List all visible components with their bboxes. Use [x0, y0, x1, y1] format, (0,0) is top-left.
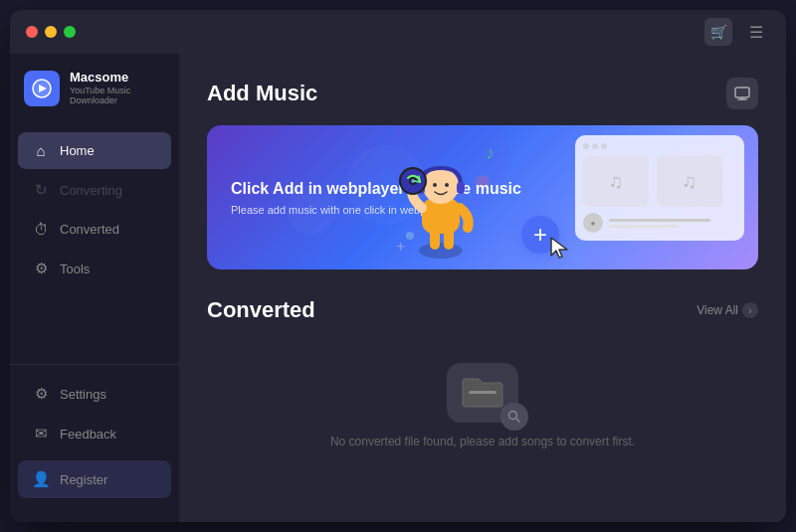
- svg-point-3: [419, 243, 463, 259]
- brand-text: Macsome YouTube Music Downloader: [70, 70, 165, 106]
- converting-label: Converting: [60, 183, 122, 198]
- view-all-label: View All: [696, 303, 738, 317]
- empty-state: No converted file found, please add song…: [207, 343, 758, 458]
- search-circle-icon: [500, 403, 528, 431]
- feedback-label: Feedback: [60, 427, 116, 442]
- register-wrapper: 👤 Register: [18, 460, 171, 498]
- sidebar-item-settings[interactable]: ⚙ Settings: [18, 375, 171, 413]
- app-window: 🛒 ☰ Macsome YouTube Music Downloader: [10, 10, 786, 522]
- add-music-banner: Click Add in webplayer to parse music Pl…: [207, 125, 758, 269]
- settings-label: Settings: [60, 387, 106, 402]
- brand-subtitle: YouTube Music Downloader: [70, 86, 165, 107]
- add-music-header: Add Music: [207, 78, 758, 109]
- add-button-area: +: [521, 216, 559, 254]
- folder-svg: [461, 375, 504, 411]
- sidebar-bottom: ⚙ Settings ✉ Feedback 👤 Register: [10, 364, 179, 522]
- register-icon: 👤: [32, 470, 50, 488]
- menu-icon[interactable]: ☰: [742, 18, 770, 46]
- cursor-icon: [549, 236, 571, 262]
- player-three-dots: [583, 143, 607, 149]
- search-svg: [507, 410, 521, 424]
- view-all-button[interactable]: View All ›: [696, 302, 758, 318]
- mock-player-avatar: ●: [583, 213, 603, 233]
- empty-message: No converted file found, please add song…: [330, 435, 635, 448]
- brand: Macsome YouTube Music Downloader: [10, 54, 179, 122]
- settings-icon: ⚙: [32, 385, 50, 403]
- content-area: Add Music: [179, 54, 786, 522]
- converted-title: Converted: [207, 297, 315, 323]
- mock-player-area: ♫ ♫ ●: [575, 135, 744, 241]
- mock-card-2: ♫: [657, 155, 722, 207]
- tools-label: Tools: [60, 262, 90, 276]
- tools-icon: ⚙: [32, 260, 50, 277]
- converting-icon: ↻: [32, 181, 50, 199]
- maximize-button[interactable]: [64, 26, 76, 38]
- sidebar: Macsome YouTube Music Downloader ⌂ Home …: [10, 54, 179, 522]
- sidebar-nav: ⌂ Home ↻ Converting ⏱ Converted ⚙ Tools: [10, 122, 179, 364]
- svg-rect-16: [469, 391, 497, 394]
- titlebar: 🛒 ☰: [10, 10, 786, 54]
- close-button[interactable]: [26, 26, 38, 38]
- svg-point-10: [433, 183, 437, 187]
- mock-line-1: [609, 219, 710, 222]
- feedback-icon: ✉: [32, 425, 50, 443]
- svg-point-17: [509, 412, 517, 420]
- svg-point-7: [423, 168, 459, 204]
- home-label: Home: [60, 143, 95, 158]
- main-layout: Macsome YouTube Music Downloader ⌂ Home …: [10, 54, 786, 522]
- cart-icon[interactable]: 🛒: [704, 18, 732, 46]
- mock-line-2: [609, 225, 679, 228]
- svg-point-11: [445, 183, 449, 187]
- sidebar-item-tools[interactable]: ⚙ Tools: [18, 250, 171, 287]
- mock-card-1: ♫: [583, 155, 649, 207]
- titlebar-actions: 🛒 ☰: [704, 18, 770, 46]
- banner-character: [386, 156, 496, 269]
- sidebar-item-converted[interactable]: ⏱ Converted: [18, 211, 171, 248]
- converted-icon: ⏱: [32, 221, 50, 238]
- home-icon: ⌂: [32, 142, 50, 159]
- converted-section-header: Converted View All ›: [207, 297, 758, 323]
- view-all-arrow-icon: ›: [742, 302, 758, 318]
- traffic-lights: [26, 26, 76, 38]
- sidebar-item-converting: ↻ Converting: [18, 171, 171, 209]
- svg-rect-9: [457, 182, 465, 194]
- svg-rect-2: [735, 88, 749, 97]
- sidebar-item-register[interactable]: 👤 Register: [18, 460, 171, 498]
- sidebar-item-home[interactable]: ⌂ Home: [18, 132, 171, 169]
- add-music-title: Add Music: [207, 81, 317, 106]
- minimize-button[interactable]: [45, 26, 57, 38]
- empty-icon-container: [447, 363, 518, 423]
- add-music-action-button[interactable]: [726, 78, 758, 109]
- sidebar-item-feedback[interactable]: ✉ Feedback: [18, 415, 171, 452]
- brand-name: Macsome: [70, 70, 165, 86]
- converted-label: Converted: [60, 222, 119, 237]
- register-label: Register: [60, 472, 107, 487]
- brand-icon: [24, 71, 60, 106]
